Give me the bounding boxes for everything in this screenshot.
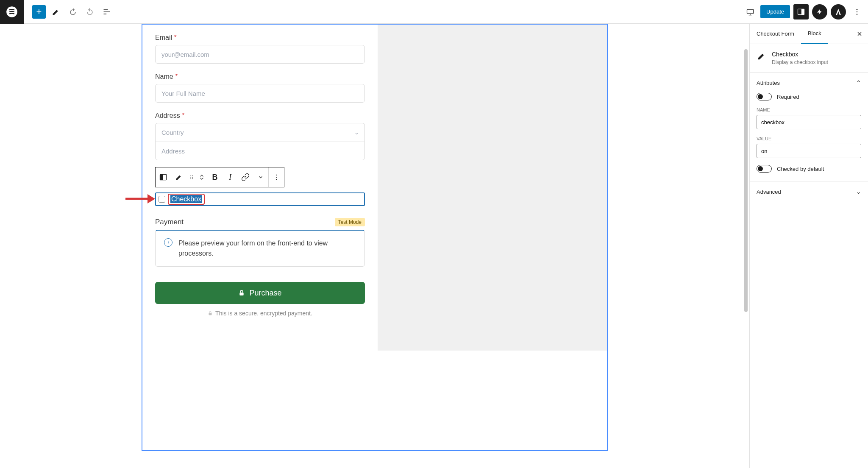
block-more-options-icon[interactable] <box>269 167 284 187</box>
more-formatting-icon[interactable] <box>253 167 268 187</box>
lock-icon <box>208 311 213 316</box>
top-toolbar: + Update <box>0 0 868 24</box>
svg-rect-8 <box>160 174 164 180</box>
add-block-button[interactable]: + <box>32 5 46 19</box>
redo-button[interactable] <box>83 5 97 19</box>
document-overview-icon[interactable] <box>100 5 114 19</box>
value-field-label: VALUE <box>757 136 861 141</box>
lock-icon <box>238 290 245 296</box>
annotation-highlight: Checkbox <box>168 194 205 205</box>
italic-button[interactable]: I <box>223 167 238 187</box>
svg-point-17 <box>276 179 277 180</box>
checked-default-toggle[interactable] <box>757 165 772 173</box>
country-select[interactable] <box>155 123 365 142</box>
test-mode-badge: Test Mode <box>335 218 365 226</box>
edit-icon[interactable] <box>171 167 186 187</box>
settings-sidebar: Checkout Form Block Checkbox Display a c… <box>749 24 868 468</box>
svg-point-11 <box>190 177 191 178</box>
svg-point-6 <box>857 14 858 15</box>
name-attribute-input[interactable] <box>757 115 861 129</box>
svg-point-10 <box>192 176 193 176</box>
pencil-icon <box>757 51 767 61</box>
sidebar-tabs: Checkout Form Block <box>750 24 868 44</box>
purchase-button[interactable]: Purchase <box>155 282 365 304</box>
update-button[interactable]: Update <box>760 5 790 18</box>
svg-point-5 <box>857 11 858 12</box>
address-label: Address * <box>155 112 365 120</box>
payment-info-text: Please preview your form on the front-en… <box>178 238 356 259</box>
required-label: Required <box>777 94 799 100</box>
tab-block[interactable]: Block <box>801 24 828 44</box>
undo-button[interactable] <box>66 5 80 19</box>
annotation-arrow <box>125 192 156 206</box>
email-field[interactable] <box>155 45 365 64</box>
svg-point-9 <box>190 176 191 176</box>
attributes-panel: Attributes ⌃ Required NAME VALUE Checked… <box>750 72 868 181</box>
link-button[interactable] <box>238 167 253 187</box>
desktop-preview-icon[interactable] <box>743 5 757 19</box>
svg-point-12 <box>192 177 193 178</box>
plugin-icon-2[interactable] <box>831 4 846 20</box>
address-street-field[interactable] <box>155 142 365 160</box>
name-field[interactable] <box>155 84 365 103</box>
drag-handle-icon[interactable] <box>186 167 197 187</box>
chevron-up-icon: ⌃ <box>856 79 861 86</box>
svg-point-13 <box>190 178 191 179</box>
edit-mode-icon[interactable] <box>49 5 63 19</box>
secure-payment-text: This is a secure, encrypted payment. <box>155 310 365 317</box>
move-up-down-icon[interactable] <box>197 167 207 187</box>
checkbox-block-label[interactable]: Checkbox <box>170 195 202 203</box>
svg-point-4 <box>857 8 858 10</box>
block-header: Checkbox Display a checkbox input <box>750 44 868 72</box>
payment-info-box: i Please preview your form on the front-… <box>155 230 365 267</box>
email-label: Email * <box>155 34 365 42</box>
more-options-button[interactable] <box>849 4 865 20</box>
info-icon: i <box>164 238 172 247</box>
checkbox-input[interactable] <box>159 196 165 203</box>
svg-point-14 <box>192 178 193 179</box>
svg-point-15 <box>276 175 277 176</box>
advanced-panel-header[interactable]: Advanced ⌄ <box>750 181 868 202</box>
block-type-icon[interactable] <box>156 167 171 187</box>
editor-canvas-wrap: Email * Name * Address * ⌄ <box>0 24 749 468</box>
name-label: Name * <box>155 73 365 81</box>
block-title: Checkbox <box>772 51 828 58</box>
attributes-panel-header[interactable]: Attributes ⌃ <box>750 72 868 93</box>
checkout-form-column: Email * Name * Address * ⌄ <box>142 25 378 351</box>
empty-column[interactable] <box>378 25 607 351</box>
bold-button[interactable]: B <box>207 167 223 187</box>
svg-rect-20 <box>209 313 212 315</box>
chevron-down-icon: ⌄ <box>856 188 861 195</box>
svg-point-16 <box>276 177 277 178</box>
scrollbar[interactable] <box>744 49 748 312</box>
value-attribute-input[interactable] <box>757 144 861 158</box>
advanced-panel: Advanced ⌄ <box>750 181 868 202</box>
svg-rect-19 <box>240 292 244 295</box>
svg-rect-1 <box>747 9 754 14</box>
app-logo[interactable] <box>0 0 24 24</box>
checkbox-block[interactable]: Checkbox <box>155 192 365 206</box>
tab-checkout-form[interactable]: Checkout Form <box>750 24 801 44</box>
name-field-label: NAME <box>757 107 861 112</box>
block-toolbar: B I <box>155 167 284 187</box>
payment-label: Payment <box>155 218 184 226</box>
svg-rect-3 <box>801 9 804 14</box>
checked-default-label: Checked by default <box>777 166 824 172</box>
sidebar-toggle-button[interactable] <box>793 4 809 20</box>
required-toggle[interactable] <box>757 93 772 100</box>
plugin-icon-1[interactable] <box>812 4 827 20</box>
close-sidebar-button[interactable] <box>851 24 868 44</box>
editor-canvas[interactable]: Email * Name * Address * ⌄ <box>142 24 608 451</box>
block-description: Display a checkbox input <box>772 59 828 65</box>
